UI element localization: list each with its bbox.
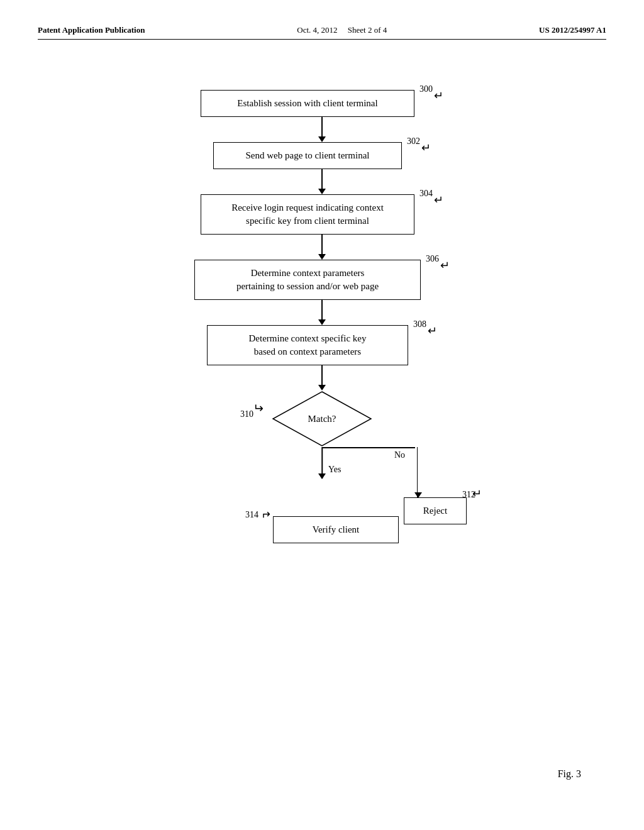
decision-area: 310 ↵ Match? No xyxy=(165,390,479,543)
ref-314: 314 xyxy=(245,510,258,520)
curve-302: ↵ xyxy=(421,141,431,154)
header: Patent Application Publication Oct. 4, 2… xyxy=(38,25,606,40)
arrow-1 xyxy=(318,117,326,142)
yes-label: Yes xyxy=(328,465,341,475)
curve-306: ↵ xyxy=(440,259,450,272)
curve-308: ↵ xyxy=(428,324,437,337)
node-300-wrap: Establish session with client terminal 3… xyxy=(201,90,443,117)
curve-304: ↵ xyxy=(434,194,443,206)
no-horiz-line xyxy=(322,447,415,448)
header-center: Oct. 4, 2012 Sheet 2 of 4 xyxy=(297,25,387,35)
node-300: Establish session with client terminal xyxy=(201,90,414,117)
no-label: No xyxy=(394,450,405,460)
node-302: Send web page to client terminal xyxy=(213,142,402,169)
node-306-wrap: Determine context parameterspertaining t… xyxy=(194,260,450,300)
arrow-2 xyxy=(318,169,326,194)
node-312-wrap: Reject xyxy=(404,497,467,524)
header-date: Oct. 4, 2012 xyxy=(297,25,337,35)
node-302-wrap: Send web page to client terminal 302 ↵ xyxy=(213,142,431,169)
node-304: Receive login request indicating context… xyxy=(201,194,414,235)
curve-312: ↵ xyxy=(472,487,482,501)
node-310: Match? xyxy=(272,390,372,447)
ref-310-label: 310 xyxy=(240,409,253,419)
branch-lines: No Reject 312 ↵ Yes xyxy=(165,447,479,516)
ref-308: 308 xyxy=(413,319,426,329)
ref-302: 302 xyxy=(407,136,420,146)
ref-306: 306 xyxy=(426,254,439,263)
curve-310: ↵ xyxy=(253,401,264,416)
node-308: Determine context specific keybased on c… xyxy=(207,325,408,365)
ref-304: 304 xyxy=(419,189,433,198)
page: Patent Application Publication Oct. 4, 2… xyxy=(0,0,644,830)
yes-arrowhead xyxy=(318,473,326,479)
curve-314: ↵ xyxy=(261,507,270,521)
diamond-text: Match? xyxy=(308,414,336,424)
header-sheet: Sheet 2 of 4 xyxy=(348,25,387,35)
arrow-5 xyxy=(318,365,326,390)
node-304-wrap: Receive login request indicating context… xyxy=(201,194,443,235)
curve-300: ↵ xyxy=(434,89,443,102)
figure-label: Fig. 3 xyxy=(558,768,581,780)
header-right: US 2012/254997 A1 xyxy=(539,25,606,35)
arrow-4 xyxy=(318,300,326,325)
node-308-wrap: Determine context specific keybased on c… xyxy=(207,325,437,365)
header-left: Patent Application Publication xyxy=(38,25,145,35)
arrow-3 xyxy=(318,235,326,260)
node-306: Determine context parameterspertaining t… xyxy=(194,260,421,300)
ref-300: 300 xyxy=(419,84,433,94)
node-314-wrap: 314 ↵ Verify client xyxy=(245,516,399,543)
flowchart: Establish session with client terminal 3… xyxy=(38,90,606,543)
no-vert-line xyxy=(417,447,418,497)
node-312: Reject xyxy=(404,497,467,524)
node-314: Verify client xyxy=(273,516,399,543)
